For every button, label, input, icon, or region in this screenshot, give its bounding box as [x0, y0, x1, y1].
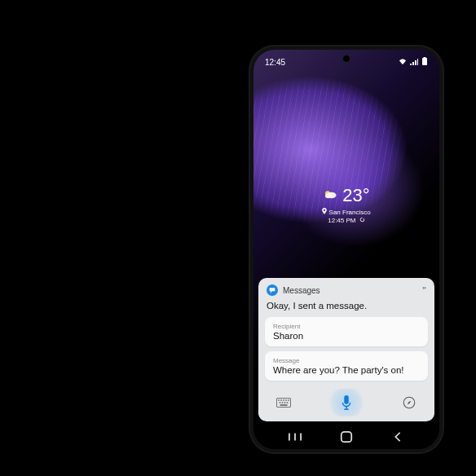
microphone-button[interactable]	[327, 389, 366, 416]
phone-frame: 12:45	[249, 45, 444, 454]
svg-rect-8	[283, 399, 284, 401]
assistant-header: Messages ”	[265, 284, 428, 296]
assistant-action-row	[265, 386, 428, 416]
svg-rect-11	[280, 402, 281, 403]
signal-icon	[410, 58, 418, 67]
message-label: Message	[273, 357, 420, 364]
svg-rect-0	[424, 57, 426, 58]
battery-icon	[421, 57, 428, 67]
svg-rect-16	[344, 395, 348, 404]
recipient-label: Recipient	[273, 323, 420, 330]
message-card[interactable]: Message Where are you? The party's on!	[265, 351, 428, 381]
home-button[interactable]	[329, 427, 364, 447]
recipient-card[interactable]: Recipient Sharon	[265, 317, 428, 346]
message-value: Where are you? The party's on!	[273, 365, 420, 375]
weather-icon	[323, 188, 337, 203]
quote-icon[interactable]: ”	[422, 286, 426, 295]
svg-rect-1	[422, 58, 427, 65]
svg-rect-13	[284, 402, 286, 403]
front-camera	[342, 55, 350, 63]
explore-button[interactable]	[399, 392, 420, 413]
widget-time: 12:45 PM	[328, 217, 355, 224]
back-button[interactable]	[381, 427, 415, 447]
svg-rect-15	[280, 404, 288, 406]
recents-button[interactable]	[278, 427, 312, 447]
svg-rect-9	[285, 399, 287, 401]
status-time: 12:45	[265, 58, 285, 67]
recipient-value: Sharon	[273, 331, 420, 341]
assistant-panel: Messages ” Okay, I sent a message. Recip…	[258, 278, 434, 421]
temperature-value: 23°	[342, 185, 369, 206]
svg-rect-10	[288, 399, 289, 401]
assistant-reply: Okay, I sent a message.	[265, 299, 428, 317]
svg-rect-6	[278, 399, 280, 401]
phone-screen: 12:45	[253, 50, 439, 449]
location-pin-icon	[322, 208, 327, 216]
svg-rect-14	[287, 402, 289, 403]
messages-app-icon	[267, 284, 278, 296]
svg-rect-5	[276, 398, 290, 407]
weather-widget[interactable]: 23° San Francisco 12:45 PM	[253, 185, 439, 224]
svg-rect-23	[342, 432, 351, 442]
svg-rect-7	[280, 399, 282, 401]
location-text: San Francisco	[329, 209, 371, 216]
assistant-app-name: Messages	[283, 286, 320, 295]
keyboard-button[interactable]	[273, 392, 294, 413]
refresh-icon	[359, 217, 365, 224]
svg-rect-12	[282, 402, 284, 403]
svg-point-4	[325, 193, 332, 198]
wifi-icon	[399, 58, 407, 67]
status-icons	[399, 57, 428, 67]
navigation-bar	[253, 425, 439, 449]
